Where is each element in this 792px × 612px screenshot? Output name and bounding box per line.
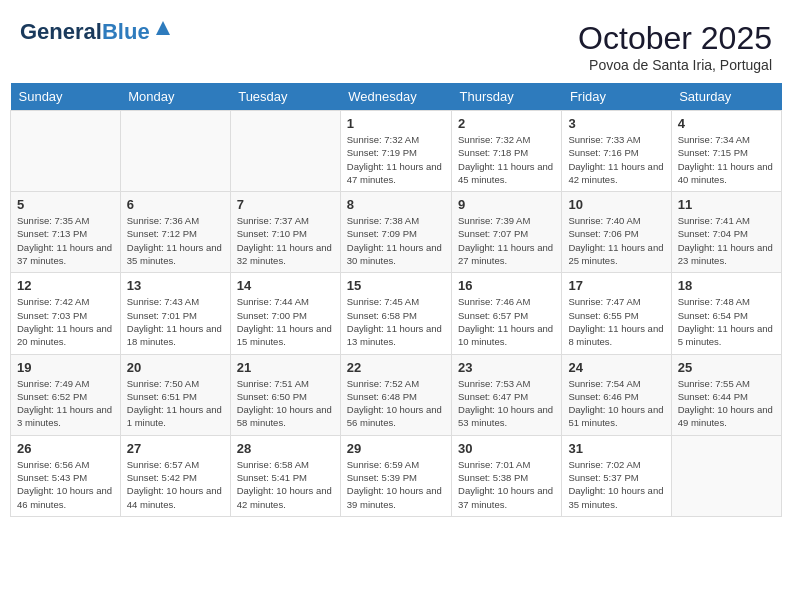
weekday-header-saturday: Saturday (671, 83, 781, 111)
calendar-cell (120, 111, 230, 192)
day-info: Sunrise: 6:59 AM Sunset: 5:39 PM Dayligh… (347, 458, 445, 511)
calendar-cell: 20Sunrise: 7:50 AM Sunset: 6:51 PM Dayli… (120, 354, 230, 435)
calendar-table: SundayMondayTuesdayWednesdayThursdayFrid… (10, 83, 782, 517)
calendar-cell: 15Sunrise: 7:45 AM Sunset: 6:58 PM Dayli… (340, 273, 451, 354)
day-info: Sunrise: 7:32 AM Sunset: 7:19 PM Dayligh… (347, 133, 445, 186)
day-number: 4 (678, 116, 775, 131)
day-number: 2 (458, 116, 555, 131)
day-info: Sunrise: 7:48 AM Sunset: 6:54 PM Dayligh… (678, 295, 775, 348)
weekday-header-row: SundayMondayTuesdayWednesdayThursdayFrid… (11, 83, 782, 111)
day-info: Sunrise: 7:01 AM Sunset: 5:38 PM Dayligh… (458, 458, 555, 511)
calendar-cell: 21Sunrise: 7:51 AM Sunset: 6:50 PM Dayli… (230, 354, 340, 435)
day-info: Sunrise: 7:42 AM Sunset: 7:03 PM Dayligh… (17, 295, 114, 348)
svg-marker-0 (156, 21, 170, 35)
day-info: Sunrise: 6:57 AM Sunset: 5:42 PM Dayligh… (127, 458, 224, 511)
day-info: Sunrise: 7:38 AM Sunset: 7:09 PM Dayligh… (347, 214, 445, 267)
calendar-cell: 10Sunrise: 7:40 AM Sunset: 7:06 PM Dayli… (562, 192, 671, 273)
day-info: Sunrise: 7:33 AM Sunset: 7:16 PM Dayligh… (568, 133, 664, 186)
day-info: Sunrise: 7:41 AM Sunset: 7:04 PM Dayligh… (678, 214, 775, 267)
day-number: 23 (458, 360, 555, 375)
location-subtitle: Povoa de Santa Iria, Portugal (578, 57, 772, 73)
calendar-cell: 27Sunrise: 6:57 AM Sunset: 5:42 PM Dayli… (120, 435, 230, 516)
day-number: 26 (17, 441, 114, 456)
calendar-cell: 26Sunrise: 6:56 AM Sunset: 5:43 PM Dayli… (11, 435, 121, 516)
logo-text: GeneralBlue (20, 20, 150, 44)
day-info: Sunrise: 7:54 AM Sunset: 6:46 PM Dayligh… (568, 377, 664, 430)
day-number: 8 (347, 197, 445, 212)
calendar-cell: 9Sunrise: 7:39 AM Sunset: 7:07 PM Daylig… (452, 192, 562, 273)
day-info: Sunrise: 7:02 AM Sunset: 5:37 PM Dayligh… (568, 458, 664, 511)
day-number: 14 (237, 278, 334, 293)
day-number: 7 (237, 197, 334, 212)
day-info: Sunrise: 7:40 AM Sunset: 7:06 PM Dayligh… (568, 214, 664, 267)
day-number: 31 (568, 441, 664, 456)
day-info: Sunrise: 7:35 AM Sunset: 7:13 PM Dayligh… (17, 214, 114, 267)
day-info: Sunrise: 7:39 AM Sunset: 7:07 PM Dayligh… (458, 214, 555, 267)
weekday-header-tuesday: Tuesday (230, 83, 340, 111)
day-info: Sunrise: 7:46 AM Sunset: 6:57 PM Dayligh… (458, 295, 555, 348)
day-number: 3 (568, 116, 664, 131)
week-row-4: 19Sunrise: 7:49 AM Sunset: 6:52 PM Dayli… (11, 354, 782, 435)
day-info: Sunrise: 7:44 AM Sunset: 7:00 PM Dayligh… (237, 295, 334, 348)
week-row-3: 12Sunrise: 7:42 AM Sunset: 7:03 PM Dayli… (11, 273, 782, 354)
calendar-cell: 29Sunrise: 6:59 AM Sunset: 5:39 PM Dayli… (340, 435, 451, 516)
day-number: 9 (458, 197, 555, 212)
month-title: October 2025 (578, 20, 772, 57)
calendar-cell: 17Sunrise: 7:47 AM Sunset: 6:55 PM Dayli… (562, 273, 671, 354)
calendar-cell: 24Sunrise: 7:54 AM Sunset: 6:46 PM Dayli… (562, 354, 671, 435)
calendar-cell: 13Sunrise: 7:43 AM Sunset: 7:01 PM Dayli… (120, 273, 230, 354)
day-info: Sunrise: 7:45 AM Sunset: 6:58 PM Dayligh… (347, 295, 445, 348)
title-area: October 2025 Povoa de Santa Iria, Portug… (578, 20, 772, 73)
day-info: Sunrise: 7:53 AM Sunset: 6:47 PM Dayligh… (458, 377, 555, 430)
day-number: 28 (237, 441, 334, 456)
day-info: Sunrise: 7:50 AM Sunset: 6:51 PM Dayligh… (127, 377, 224, 430)
calendar-cell (11, 111, 121, 192)
day-number: 29 (347, 441, 445, 456)
day-number: 24 (568, 360, 664, 375)
day-number: 18 (678, 278, 775, 293)
day-number: 20 (127, 360, 224, 375)
weekday-header-wednesday: Wednesday (340, 83, 451, 111)
day-number: 21 (237, 360, 334, 375)
weekday-header-sunday: Sunday (11, 83, 121, 111)
logo: GeneralBlue (20, 20, 174, 44)
week-row-2: 5Sunrise: 7:35 AM Sunset: 7:13 PM Daylig… (11, 192, 782, 273)
day-number: 1 (347, 116, 445, 131)
weekday-header-monday: Monday (120, 83, 230, 111)
day-number: 16 (458, 278, 555, 293)
calendar-cell: 5Sunrise: 7:35 AM Sunset: 7:13 PM Daylig… (11, 192, 121, 273)
day-info: Sunrise: 7:49 AM Sunset: 6:52 PM Dayligh… (17, 377, 114, 430)
day-number: 25 (678, 360, 775, 375)
day-info: Sunrise: 7:52 AM Sunset: 6:48 PM Dayligh… (347, 377, 445, 430)
calendar-cell: 16Sunrise: 7:46 AM Sunset: 6:57 PM Dayli… (452, 273, 562, 354)
logo-icon (152, 17, 174, 39)
week-row-1: 1Sunrise: 7:32 AM Sunset: 7:19 PM Daylig… (11, 111, 782, 192)
day-info: Sunrise: 6:58 AM Sunset: 5:41 PM Dayligh… (237, 458, 334, 511)
day-number: 22 (347, 360, 445, 375)
day-info: Sunrise: 7:32 AM Sunset: 7:18 PM Dayligh… (458, 133, 555, 186)
calendar-cell: 8Sunrise: 7:38 AM Sunset: 7:09 PM Daylig… (340, 192, 451, 273)
page-header: GeneralBlue October 2025 Povoa de Santa … (10, 10, 782, 78)
day-info: Sunrise: 7:34 AM Sunset: 7:15 PM Dayligh… (678, 133, 775, 186)
calendar-cell: 31Sunrise: 7:02 AM Sunset: 5:37 PM Dayli… (562, 435, 671, 516)
calendar-cell: 2Sunrise: 7:32 AM Sunset: 7:18 PM Daylig… (452, 111, 562, 192)
day-info: Sunrise: 7:36 AM Sunset: 7:12 PM Dayligh… (127, 214, 224, 267)
calendar-cell: 7Sunrise: 7:37 AM Sunset: 7:10 PM Daylig… (230, 192, 340, 273)
day-number: 10 (568, 197, 664, 212)
day-number: 19 (17, 360, 114, 375)
day-number: 30 (458, 441, 555, 456)
calendar-cell: 11Sunrise: 7:41 AM Sunset: 7:04 PM Dayli… (671, 192, 781, 273)
day-number: 13 (127, 278, 224, 293)
day-info: Sunrise: 7:37 AM Sunset: 7:10 PM Dayligh… (237, 214, 334, 267)
day-info: Sunrise: 7:51 AM Sunset: 6:50 PM Dayligh… (237, 377, 334, 430)
day-info: Sunrise: 7:55 AM Sunset: 6:44 PM Dayligh… (678, 377, 775, 430)
calendar-cell: 12Sunrise: 7:42 AM Sunset: 7:03 PM Dayli… (11, 273, 121, 354)
calendar-cell: 3Sunrise: 7:33 AM Sunset: 7:16 PM Daylig… (562, 111, 671, 192)
day-info: Sunrise: 6:56 AM Sunset: 5:43 PM Dayligh… (17, 458, 114, 511)
weekday-header-friday: Friday (562, 83, 671, 111)
day-number: 12 (17, 278, 114, 293)
calendar-cell: 30Sunrise: 7:01 AM Sunset: 5:38 PM Dayli… (452, 435, 562, 516)
day-number: 6 (127, 197, 224, 212)
week-row-5: 26Sunrise: 6:56 AM Sunset: 5:43 PM Dayli… (11, 435, 782, 516)
calendar-cell: 23Sunrise: 7:53 AM Sunset: 6:47 PM Dayli… (452, 354, 562, 435)
